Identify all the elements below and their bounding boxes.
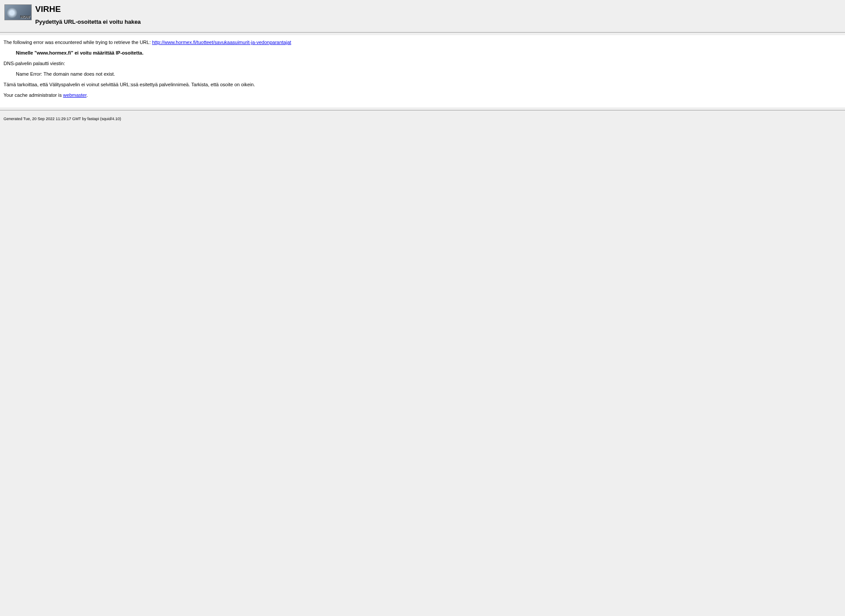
name-error-message: Name Error: The domain name does not exi…	[16, 71, 841, 77]
header-section: NOW VIRHE Pyydettyä URL-osoitetta ei voi…	[0, 0, 845, 29]
explanation-text: Tämä tarkoittaa, että Välityspalvelin ei…	[4, 82, 841, 87]
intro-text: The following error was encountered whil…	[4, 40, 152, 45]
content-section: The following error was encountered whil…	[0, 35, 845, 107]
admin-paragraph: Your cache administrator is webmaster.	[4, 92, 841, 98]
admin-suffix: .	[87, 92, 88, 98]
logo-text: NOW	[20, 15, 30, 19]
page-title: VIRHE	[35, 4, 141, 14]
divider-bottom	[0, 110, 845, 110]
footer-section: Generated Tue, 20 Sep 2022 11:29:17 GMT …	[0, 113, 845, 125]
webmaster-link[interactable]: webmaster	[63, 92, 86, 98]
header-titles: VIRHE Pyydettyä URL-osoitetta ei voitu h…	[35, 4, 141, 25]
dns-message-label: DNS-palvelin palautti viestin:	[4, 61, 841, 66]
squid-logo: NOW	[4, 4, 32, 20]
divider-top	[0, 32, 845, 33]
page-subtitle: Pyydettyä URL-osoitetta ei voitu hakea	[35, 18, 141, 25]
generated-text: Generated Tue, 20 Sep 2022 11:29:17 GMT …	[4, 117, 121, 121]
error-message: Nimelle "www.hormex.fi" ei voitu määritt…	[16, 50, 841, 55]
admin-prefix: Your cache administrator is	[4, 92, 63, 98]
intro-paragraph: The following error was encountered whil…	[4, 40, 841, 45]
error-url-link[interactable]: http://www.hormex.fi/tuotteet/savukaasui…	[152, 40, 291, 45]
